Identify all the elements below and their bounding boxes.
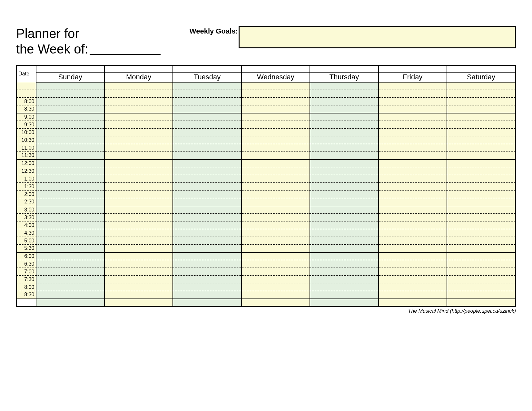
- planner-cell[interactable]: [173, 206, 241, 214]
- planner-cell[interactable]: [173, 129, 241, 136]
- planner-cell[interactable]: [36, 206, 104, 214]
- planner-cell[interactable]: [104, 268, 173, 276]
- planner-cell[interactable]: [104, 90, 173, 98]
- planner-cell[interactable]: [379, 98, 447, 105]
- planner-cell[interactable]: [36, 268, 104, 276]
- planner-cell[interactable]: [173, 98, 241, 105]
- planner-cell[interactable]: [310, 291, 378, 299]
- planner-cell[interactable]: [241, 283, 310, 291]
- planner-cell[interactable]: [447, 113, 515, 121]
- planner-cell[interactable]: [241, 167, 310, 175]
- footer-blank-cell[interactable]: [241, 299, 310, 307]
- planner-cell[interactable]: [310, 175, 378, 183]
- planner-cell[interactable]: [241, 152, 310, 160]
- planner-cell[interactable]: [379, 121, 447, 129]
- planner-cell[interactable]: [104, 183, 173, 191]
- planner-cell[interactable]: [173, 260, 241, 268]
- planner-cell[interactable]: [310, 276, 378, 283]
- planner-cell[interactable]: [36, 291, 104, 299]
- planner-cell[interactable]: [36, 214, 104, 221]
- planner-cell[interactable]: [173, 291, 241, 299]
- planner-cell[interactable]: [310, 283, 378, 291]
- planner-cell[interactable]: [36, 167, 104, 175]
- planner-cell[interactable]: [379, 276, 447, 283]
- planner-cell[interactable]: [310, 113, 378, 121]
- day-date-blank[interactable]: [447, 65, 515, 73]
- planner-cell[interactable]: [379, 152, 447, 160]
- planner-cell[interactable]: [379, 237, 447, 245]
- planner-cell[interactable]: [447, 191, 515, 198]
- planner-cell[interactable]: [173, 113, 241, 121]
- planner-cell[interactable]: [310, 198, 378, 206]
- planner-cell[interactable]: [447, 144, 515, 152]
- planner-cell[interactable]: [447, 221, 515, 229]
- planner-cell[interactable]: [104, 105, 173, 113]
- planner-cell[interactable]: [379, 90, 447, 98]
- planner-cell[interactable]: [241, 90, 310, 98]
- planner-cell[interactable]: [104, 129, 173, 136]
- planner-cell[interactable]: [241, 183, 310, 191]
- planner-cell[interactable]: [310, 214, 378, 221]
- planner-cell[interactable]: [310, 98, 378, 105]
- planner-cell[interactable]: [104, 144, 173, 152]
- planner-cell[interactable]: [241, 160, 310, 167]
- planner-cell[interactable]: [36, 198, 104, 206]
- planner-cell[interactable]: [379, 260, 447, 268]
- planner-cell[interactable]: [447, 160, 515, 167]
- planner-cell[interactable]: [173, 82, 241, 90]
- planner-cell[interactable]: [379, 82, 447, 90]
- planner-cell[interactable]: [379, 229, 447, 237]
- planner-cell[interactable]: [379, 136, 447, 144]
- planner-cell[interactable]: [310, 121, 378, 129]
- planner-cell[interactable]: [173, 283, 241, 291]
- planner-cell[interactable]: [447, 167, 515, 175]
- planner-cell[interactable]: [241, 206, 310, 214]
- day-date-blank[interactable]: [241, 65, 310, 73]
- planner-cell[interactable]: [379, 183, 447, 191]
- planner-cell[interactable]: [104, 245, 173, 252]
- planner-cell[interactable]: [447, 283, 515, 291]
- planner-cell[interactable]: [36, 144, 104, 152]
- planner-cell[interactable]: [447, 183, 515, 191]
- planner-cell[interactable]: [447, 198, 515, 206]
- planner-cell[interactable]: [104, 260, 173, 268]
- planner-cell[interactable]: [379, 175, 447, 183]
- planner-cell[interactable]: [36, 113, 104, 121]
- planner-cell[interactable]: [104, 221, 173, 229]
- planner-cell[interactable]: [447, 229, 515, 237]
- weekly-goals-box[interactable]: [239, 26, 516, 48]
- planner-cell[interactable]: [241, 221, 310, 229]
- planner-cell[interactable]: [310, 206, 378, 214]
- day-date-blank[interactable]: [36, 65, 104, 73]
- planner-cell[interactable]: [36, 175, 104, 183]
- week-of-input-line[interactable]: [90, 54, 161, 55]
- planner-cell[interactable]: [379, 198, 447, 206]
- planner-cell[interactable]: [104, 276, 173, 283]
- planner-cell[interactable]: [104, 252, 173, 260]
- planner-cell[interactable]: [310, 245, 378, 252]
- planner-cell[interactable]: [36, 160, 104, 167]
- planner-cell[interactable]: [241, 113, 310, 121]
- planner-cell[interactable]: [104, 291, 173, 299]
- planner-cell[interactable]: [173, 183, 241, 191]
- planner-cell[interactable]: [447, 268, 515, 276]
- planner-cell[interactable]: [36, 221, 104, 229]
- planner-cell[interactable]: [173, 90, 241, 98]
- planner-cell[interactable]: [241, 245, 310, 252]
- planner-cell[interactable]: [241, 214, 310, 221]
- planner-cell[interactable]: [310, 229, 378, 237]
- planner-cell[interactable]: [104, 198, 173, 206]
- planner-cell[interactable]: [379, 191, 447, 198]
- day-date-blank[interactable]: [104, 65, 173, 73]
- planner-cell[interactable]: [241, 260, 310, 268]
- planner-cell[interactable]: [447, 175, 515, 183]
- planner-cell[interactable]: [310, 90, 378, 98]
- planner-cell[interactable]: [36, 229, 104, 237]
- planner-cell[interactable]: [447, 129, 515, 136]
- planner-cell[interactable]: [310, 268, 378, 276]
- planner-cell[interactable]: [310, 237, 378, 245]
- planner-cell[interactable]: [379, 252, 447, 260]
- planner-cell[interactable]: [36, 136, 104, 144]
- planner-cell[interactable]: [447, 214, 515, 221]
- planner-cell[interactable]: [104, 214, 173, 221]
